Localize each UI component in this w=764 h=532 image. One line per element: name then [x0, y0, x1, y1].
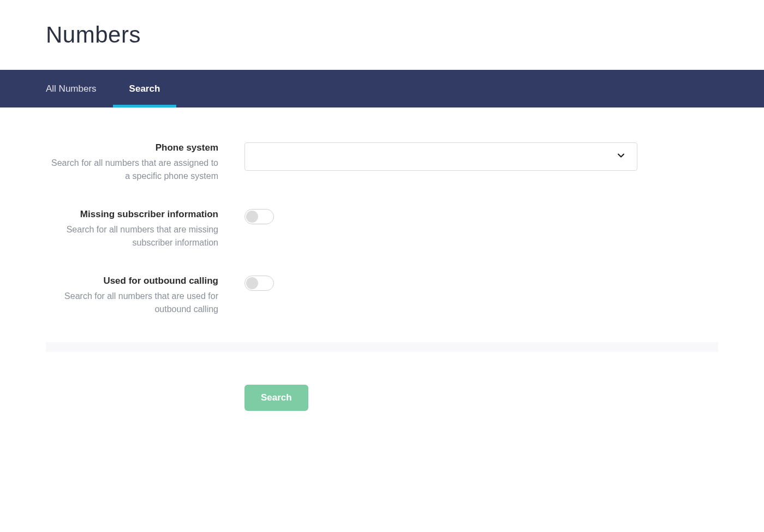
- form-row-outbound-calling: Used for outbound calling Search for all…: [46, 276, 718, 316]
- phone-system-select[interactable]: [244, 142, 637, 171]
- form-control-col: [244, 276, 637, 316]
- outbound-calling-toggle[interactable]: [244, 276, 274, 291]
- missing-subscriber-description: Search for all numbers that are missing …: [67, 225, 218, 247]
- toggle-knob: [246, 277, 258, 289]
- phone-system-description: Search for all numbers that are assigned…: [51, 158, 218, 181]
- tab-label: Search: [129, 83, 160, 94]
- tab-search[interactable]: Search: [113, 70, 177, 107]
- outbound-calling-description: Search for all numbers that are used for…: [64, 291, 218, 314]
- action-row: Search: [46, 352, 764, 444]
- page-header: Numbers: [0, 0, 764, 70]
- tab-bar: All Numbers Search: [0, 70, 764, 107]
- phone-system-select-wrapper: [244, 142, 637, 171]
- search-form: Phone system Search for all numbers that…: [0, 107, 764, 316]
- section-divider: [46, 342, 718, 352]
- outbound-calling-label: Used for outbound calling: [46, 276, 218, 286]
- missing-subscriber-toggle[interactable]: [244, 209, 274, 224]
- toggle-knob: [246, 211, 258, 223]
- tab-all-numbers[interactable]: All Numbers: [46, 70, 113, 107]
- form-control-col: [244, 209, 637, 249]
- form-row-missing-subscriber: Missing subscriber information Search fo…: [46, 209, 718, 249]
- search-button[interactable]: Search: [244, 385, 308, 411]
- form-label-col: Missing subscriber information Search fo…: [46, 209, 218, 249]
- tab-label: All Numbers: [46, 83, 97, 94]
- phone-system-label: Phone system: [46, 142, 218, 153]
- page-title: Numbers: [46, 22, 718, 48]
- missing-subscriber-label: Missing subscriber information: [46, 209, 218, 220]
- form-row-phone-system: Phone system Search for all numbers that…: [46, 142, 718, 183]
- form-label-col: Used for outbound calling Search for all…: [46, 276, 218, 316]
- form-label-col: Phone system Search for all numbers that…: [46, 142, 218, 183]
- form-control-col: [244, 142, 637, 183]
